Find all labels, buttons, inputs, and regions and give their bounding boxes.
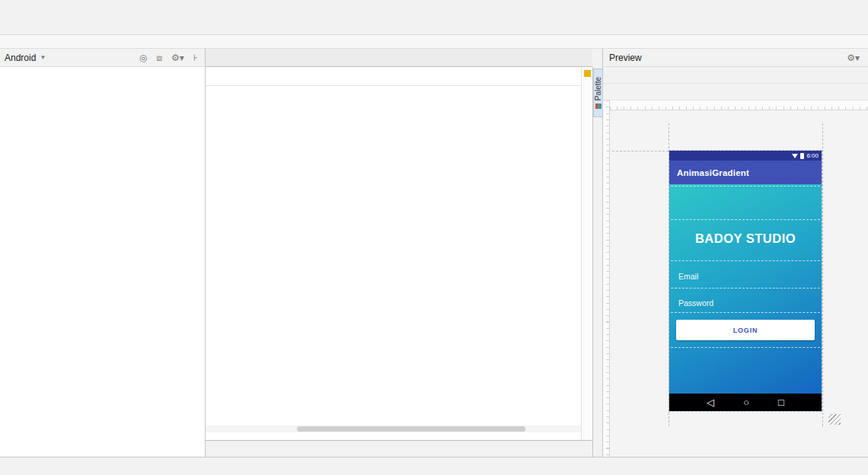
- horizontal-ruler: [610, 100, 868, 110]
- login-button[interactable]: LOGIN: [676, 320, 815, 340]
- selection-guide: [612, 151, 669, 151]
- preview-toolbar-row1: [603, 67, 868, 84]
- app-title: AnimasiGradient: [677, 168, 749, 177]
- project-view-selector[interactable]: Android ▼: [5, 53, 46, 63]
- editor: [206, 49, 592, 457]
- email-field[interactable]: Email: [678, 272, 698, 281]
- password-field[interactable]: Password: [678, 298, 713, 308]
- project-panel-header: Android ▼ ◎ ⧈ ⚙▾ ⊦: [0, 49, 205, 67]
- resize-handle[interactable]: [828, 414, 841, 425]
- device-app-bar: AnimasiGradient: [669, 161, 822, 184]
- project-view-label: Android: [5, 53, 36, 63]
- preview-toolbar-row2: [603, 84, 868, 100]
- device-nav-bar: ◁ ○ □: [669, 394, 822, 411]
- project-tree: [0, 67, 205, 69]
- project-tool-window: Android ▼ ◎ ⧈ ⚙▾ ⊦: [0, 49, 206, 457]
- battery-icon: [800, 153, 804, 159]
- gear-icon[interactable]: ⚙▾: [169, 53, 187, 63]
- editor-tab-bar: [206, 49, 592, 67]
- chevron-down-icon: ▼: [40, 54, 46, 61]
- preview-panel-title: Preview: [609, 53, 642, 63]
- error-stripe[interactable]: [581, 67, 592, 475]
- app-heading: BADOY STUDIO: [669, 231, 822, 246]
- home-nav-icon[interactable]: ○: [743, 397, 749, 408]
- palette-tab-label: Palette: [594, 77, 602, 100]
- selection-guide: [822, 123, 823, 426]
- status-bar: [0, 457, 868, 475]
- editor-mode-tabs: [206, 440, 592, 457]
- locate-file-icon[interactable]: ◎: [137, 53, 149, 63]
- device-status-bar: 6:00: [669, 151, 822, 161]
- code-area[interactable]: [206, 85, 592, 440]
- menu-bar: [0, 0, 868, 13]
- wifi-icon: [792, 154, 798, 158]
- gear-icon[interactable]: ⚙▾: [844, 53, 862, 63]
- back-nav-icon[interactable]: ◁: [707, 397, 714, 408]
- status-time: 6:00: [806, 152, 819, 159]
- design-canvas[interactable]: 6:00 AnimasiGradient BADOY STUDIO Email: [603, 100, 868, 457]
- main-area: Android ▼ ◎ ⧈ ⚙▾ ⊦ Palette: [0, 49, 868, 457]
- recents-nav-icon[interactable]: □: [778, 397, 784, 408]
- device-content: BADOY STUDIO Email Password LOGIN: [669, 184, 822, 394]
- android-studio-window: Android ▼ ◎ ⧈ ⚙▾ ⊦ Palette: [0, 0, 868, 475]
- horizontal-scrollbar[interactable]: [206, 426, 592, 432]
- device-preview[interactable]: 6:00 AnimasiGradient BADOY STUDIO Email: [669, 151, 822, 411]
- collapse-all-icon[interactable]: ⧈: [154, 53, 164, 63]
- breadcrumb: [0, 35, 868, 49]
- palette-icon: [595, 104, 602, 109]
- hide-panel-icon[interactable]: ⊦: [191, 53, 200, 63]
- palette-tool-window-stripe: Palette: [592, 67, 602, 457]
- editor-breadcrumb-chips: [206, 67, 592, 85]
- main-toolbar: [0, 13, 868, 35]
- preview-panel: Preview ⚙▾ 6:00 AnimasiG: [602, 49, 868, 457]
- vertical-ruler: [603, 100, 610, 457]
